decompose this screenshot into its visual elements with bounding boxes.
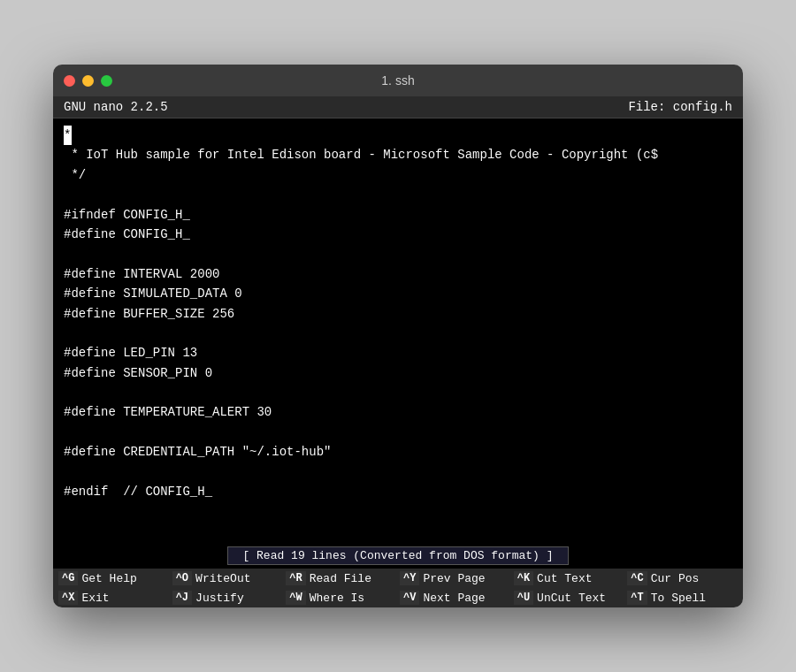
shortcut-key: ^J (172, 591, 192, 605)
shortcut-key: ^W (286, 591, 305, 605)
editor-area[interactable]: * * IoT Hub sample for Intel Edison boar… (53, 118, 743, 543)
shortcut-item[interactable]: ^UUnCut Text (514, 591, 624, 605)
shortcut-item[interactable]: ^VNext Page (400, 591, 510, 605)
shortcut-key: ^G (58, 571, 78, 585)
shortcut-item[interactable]: ^XExit (58, 591, 169, 605)
shortcut-item[interactable]: ^KCut Text (514, 571, 624, 585)
status-message: [ Read 19 lines (Converted from DOS form… (227, 546, 568, 565)
shortcut-label: Prev Page (419, 572, 485, 585)
shortcut-key: ^K (514, 571, 533, 585)
nano-header: GNU nano 2.2.5 File: config.h (53, 96, 743, 118)
shortcut-label: Cur Pos (647, 572, 700, 585)
nano-filename: File: config.h (628, 100, 732, 114)
shortcut-label: Read File (306, 572, 371, 585)
shortcut-key: ^O (172, 571, 192, 585)
minimize-button[interactable] (82, 75, 94, 87)
shortcut-item[interactable]: ^RRead File (286, 571, 396, 585)
shortcut-key: ^R (286, 571, 305, 585)
traffic-lights (64, 75, 112, 87)
shortcut-label: Justify (192, 592, 244, 605)
status-bar: [ Read 19 lines (Converted from DOS form… (53, 543, 743, 569)
shortcut-key: ^C (627, 571, 647, 585)
shortcut-item[interactable]: ^WWhere Is (286, 591, 396, 605)
shortcut-item[interactable]: ^YPrev Page (400, 571, 510, 585)
window-title: 1. ssh (381, 73, 414, 88)
terminal-window: 1. ssh GNU nano 2.2.5 File: config.h * *… (53, 65, 743, 607)
shortcut-label: Exit (78, 592, 109, 605)
shortcut-label: Get Help (78, 572, 136, 585)
shortcut-label: Next Page (419, 592, 485, 605)
shortcut-key: ^U (514, 591, 533, 605)
shortcut-item[interactable]: ^CCur Pos (627, 571, 738, 585)
shortcuts-bar: ^GGet Help^OWriteOut^RRead File^YPrev Pa… (53, 569, 743, 607)
shortcut-item[interactable]: ^JJustify (172, 591, 283, 605)
shortcut-item[interactable]: ^TTo Spell (627, 591, 738, 605)
maximize-button[interactable] (101, 75, 112, 87)
cursor: * (64, 126, 72, 145)
shortcut-label: Cut Text (533, 572, 592, 585)
shortcuts-row-1: ^GGet Help^OWriteOut^RRead File^YPrev Pa… (53, 569, 743, 588)
close-button[interactable] (64, 75, 75, 87)
shortcut-label: Where Is (306, 592, 364, 605)
shortcut-item[interactable]: ^GGet Help (58, 571, 169, 585)
title-bar: 1. ssh (53, 65, 743, 96)
nano-version: GNU nano 2.2.5 (64, 100, 168, 114)
shortcut-key: ^X (58, 591, 78, 605)
shortcut-key: ^V (400, 591, 419, 605)
shortcut-item[interactable]: ^OWriteOut (172, 571, 283, 585)
shortcut-label: UnCut Text (533, 592, 606, 605)
shortcuts-row-2: ^XExit^JJustify^WWhere Is^VNext Page^UUn… (53, 588, 743, 607)
shortcut-label: To Spell (647, 592, 706, 605)
shortcut-label: WriteOut (192, 572, 250, 585)
shortcut-key: ^Y (400, 571, 419, 585)
shortcut-key: ^T (627, 591, 647, 605)
